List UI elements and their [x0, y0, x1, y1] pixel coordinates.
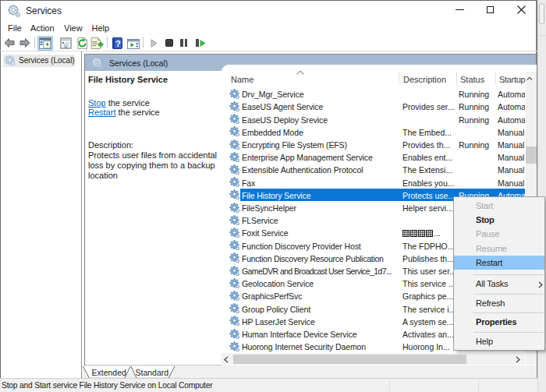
svg-text:Extended: Extended [92, 368, 127, 377]
svg-text:?: ? [115, 38, 121, 48]
svg-text:Standard: Standard [136, 368, 169, 377]
